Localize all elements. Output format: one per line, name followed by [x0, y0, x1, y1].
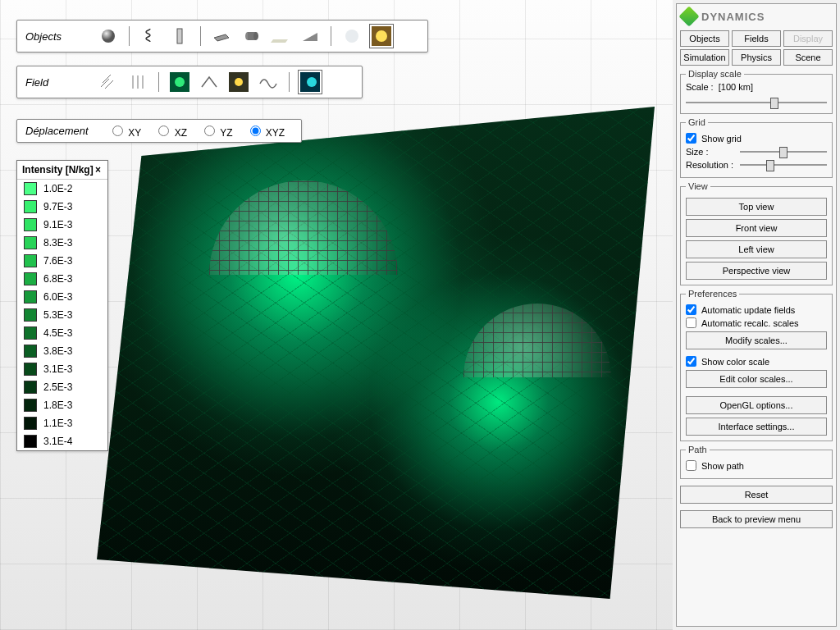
- svg-point-5: [253, 32, 258, 40]
- size-slider[interactable]: [740, 146, 827, 158]
- btn-interface-settings[interactable]: Interface settings...: [686, 418, 827, 436]
- object-column-icon[interactable]: [167, 24, 192, 48]
- chk-auto-update[interactable]: Automatic update fields: [686, 304, 827, 315]
- legend-row-label: 4.5E-3: [43, 327, 72, 339]
- brand: DYNAMICS: [680, 7, 833, 27]
- svg-marker-7: [303, 33, 317, 41]
- object-ball-light-icon[interactable]: [340, 24, 364, 48]
- brand-label: DYNAMICS: [701, 11, 765, 23]
- btn-modify-scales[interactable]: Modify scales...: [686, 331, 827, 349]
- separator: [289, 72, 290, 92]
- legend-intensity: Intensity [N/kg] × 1.0E-29.7E-39.1E-38.3…: [16, 160, 108, 451]
- field-green-icon[interactable]: [167, 70, 192, 94]
- btn-edit-color-scales[interactable]: Edit color scales...: [686, 370, 827, 388]
- field-yellow-icon[interactable]: [226, 70, 251, 94]
- legend-row: 4.5E-3: [17, 324, 107, 342]
- legend-swatch: [24, 326, 37, 340]
- btn-reset[interactable]: Reset: [680, 486, 833, 504]
- chk-auto-update-label: Automatic update fields: [701, 305, 795, 315]
- chk-show-scale[interactable]: Show color scale: [686, 356, 827, 367]
- res-slider[interactable]: [740, 159, 827, 171]
- group-preferences: Preferences Automatic update fields Auto…: [680, 289, 833, 441]
- legend-display-scale: Display scale: [686, 69, 744, 79]
- btn-left-view[interactable]: Left view: [686, 240, 827, 258]
- tab-scene[interactable]: Scene: [783, 49, 833, 66]
- chk-show-path[interactable]: Show path: [686, 460, 827, 471]
- legend-row-label: 5.3E-3: [43, 309, 72, 321]
- svg-marker-2: [214, 34, 229, 41]
- separator: [331, 26, 331, 46]
- legend-swatch: [24, 290, 37, 304]
- group-path: Path Show path: [680, 445, 833, 479]
- legend-row-label: 6.0E-3: [43, 291, 72, 303]
- legend-prefs: Preferences: [686, 289, 739, 299]
- object-spring-icon[interactable]: [138, 24, 162, 48]
- field-cyan-icon[interactable]: [298, 70, 322, 94]
- legend-close-icon[interactable]: ×: [94, 164, 103, 176]
- object-ball-glow-icon[interactable]: [369, 24, 394, 48]
- size-label: Size :: [686, 147, 735, 157]
- legend-row: 3.1E-3: [17, 360, 107, 378]
- legend-row: 6.0E-3: [17, 288, 107, 306]
- panel-tabs: ObjectsFieldsDisplaySimulationPhysicsSce…: [680, 30, 833, 66]
- object-floor-icon[interactable]: [268, 24, 293, 48]
- field-peak-icon[interactable]: [197, 70, 221, 94]
- legend-row: 8.3E-3: [17, 234, 107, 252]
- legend-swatch: [24, 417, 37, 430]
- btn-opengl-options[interactable]: OpenGL options...: [686, 396, 827, 414]
- tab-objects[interactable]: Objects: [680, 30, 729, 47]
- legend-row: 3.1E-4: [17, 432, 107, 450]
- tab-physics[interactable]: Physics: [732, 49, 781, 66]
- tab-simulation[interactable]: Simulation: [680, 49, 729, 66]
- legend-row: 6.8E-3: [17, 270, 107, 288]
- btn-top-view[interactable]: Top view: [686, 198, 827, 216]
- legend-row: 2.5E-3: [17, 378, 107, 396]
- chk-show-grid[interactable]: Show grid: [686, 133, 827, 144]
- chk-show-path-label: Show path: [701, 461, 744, 471]
- legend-row-label: 6.8E-3: [43, 273, 72, 285]
- radio-xy[interactable]: XY: [108, 123, 141, 139]
- radio-yz-label: YZ: [220, 127, 232, 139]
- legend-swatch: [24, 254, 37, 267]
- res-label: Resolution :: [686, 160, 735, 170]
- field-wave-icon[interactable]: [256, 70, 281, 94]
- legend-row-label: 3.1E-3: [43, 363, 72, 375]
- field-arrows-vert-icon[interactable]: [126, 70, 150, 94]
- btn-perspective-view[interactable]: Perspective view: [686, 262, 827, 280]
- legend-swatch: [24, 399, 37, 412]
- legend-row: 9.1E-3: [17, 216, 107, 234]
- toolbar-objects: Objects: [16, 20, 428, 52]
- legend-row-label: 3.8E-3: [43, 345, 72, 357]
- object-cylinder-icon[interactable]: [239, 24, 263, 48]
- radio-xz[interactable]: XZ: [154, 123, 187, 139]
- svg-point-18: [175, 77, 185, 87]
- legend-swatch: [24, 182, 37, 195]
- chk-auto-scale[interactable]: Automatic recalc. scales: [686, 317, 827, 328]
- btn-front-view[interactable]: Front view: [686, 219, 827, 237]
- radio-xy-label: XY: [128, 127, 141, 139]
- svg-point-20: [235, 78, 243, 86]
- svg-point-10: [376, 30, 387, 42]
- separator: [158, 72, 159, 92]
- object-plate-icon[interactable]: [209, 24, 234, 48]
- legend-row-label: 1.0E-2: [43, 183, 72, 194]
- legend-row: 1.0E-2: [17, 180, 107, 198]
- legend-swatch: [24, 363, 37, 376]
- radio-yz[interactable]: YZ: [200, 123, 232, 139]
- legend-swatch: [24, 435, 37, 448]
- legend-row-label: 9.1E-3: [43, 219, 72, 231]
- legend-grid: Grid: [686, 117, 708, 127]
- toolbar-displacement-title: Déplacement: [25, 125, 103, 137]
- btn-back-preview[interactable]: Back to preview menu: [680, 510, 833, 528]
- scale-slider[interactable]: [686, 97, 827, 108]
- field-arrows-diag-icon[interactable]: [96, 70, 121, 94]
- object-sphere-icon[interactable]: [96, 24, 121, 48]
- tab-fields[interactable]: Fields: [732, 30, 781, 47]
- toolbar-displacement: Déplacement XY XZ YZ XYZ: [16, 119, 302, 143]
- object-ramp-icon[interactable]: [298, 24, 322, 48]
- radio-xyz[interactable]: XYZ: [246, 123, 285, 139]
- legend-row-label: 9.7E-3: [43, 201, 72, 212]
- legend-swatch: [24, 308, 37, 322]
- chk-show-grid-label: Show grid: [701, 134, 742, 144]
- radio-xz-label: XZ: [175, 127, 187, 139]
